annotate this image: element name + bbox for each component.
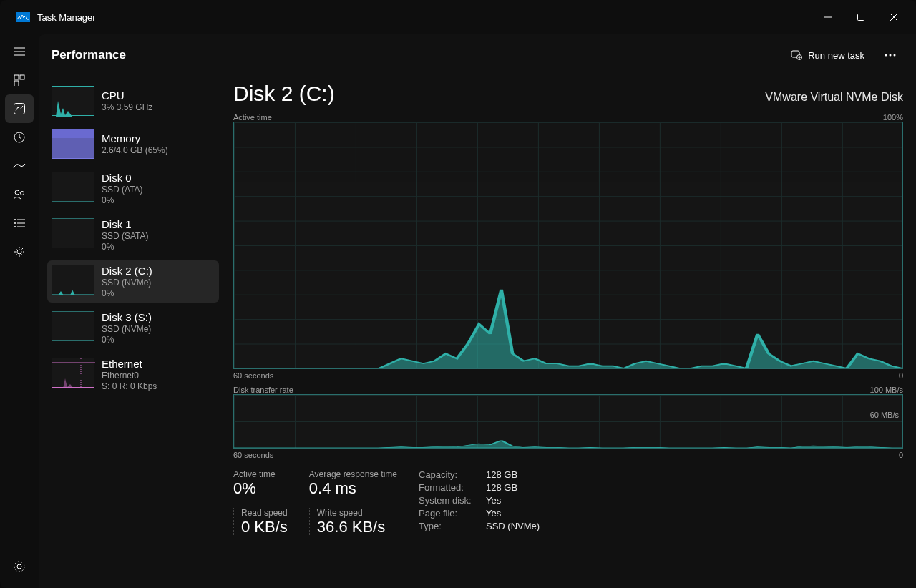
formatted-val: 128 GB [486,482,540,493]
nav-rail [0,34,39,588]
nav-processes-icon[interactable] [5,66,34,94]
svg-point-18 [14,226,16,227]
chart2-range-start: 60 seconds [233,451,273,459]
resource-item-disk-3-s-[interactable]: Disk 3 (S:)SSD (NVMe)0% [47,307,219,349]
nav-services-icon[interactable] [5,237,34,266]
app-icon [16,12,30,22]
chart2-label: Disk transfer rate [233,386,293,394]
read-speed-value: 0 KB/s [241,518,288,536]
svg-rect-9 [14,81,19,86]
transfer-rate-chart[interactable]: 60 MB/s [233,394,903,449]
resource-title: Ethernet [102,358,157,370]
resource-thumb [52,172,94,202]
nav-apphistory-icon[interactable] [5,123,34,152]
nav-details-icon[interactable] [5,209,34,237]
sysdisk-val: Yes [486,495,540,506]
svg-rect-8 [20,75,24,79]
more-button[interactable] [877,44,903,67]
capacity-val: 128 GB [486,469,540,480]
svg-marker-31 [52,290,95,295]
svg-marker-34 [52,378,95,388]
nav-users-icon[interactable] [5,180,34,209]
chart1-range-end: 0 [899,371,903,380]
pagefile-key: Page file: [419,508,479,519]
window-title: Task Manager [37,12,96,23]
resource-thumb [52,358,94,388]
resource-item-disk-0[interactable]: Disk 0SSD (ATA)0% [47,167,219,210]
svg-point-21 [17,564,21,569]
svg-rect-7 [14,75,19,79]
resource-item-disk-1[interactable]: Disk 1SSD (SATA)0% [47,214,219,256]
resource-sub2: 0% [102,195,143,205]
svg-point-28 [890,54,892,57]
close-button[interactable] [877,3,910,31]
resource-thumb [52,311,94,341]
svg-point-12 [15,190,19,195]
titlebar: Task Manager [0,0,916,34]
write-speed-value: 36.6 KB/s [317,518,385,536]
resource-title: Disk 0 [102,172,143,184]
svg-marker-30 [52,101,95,117]
chart2-max: 100 MB/s [870,386,903,394]
resource-thumb [52,129,94,159]
run-new-task-button[interactable]: Run new task [784,44,872,67]
write-speed-label: Write speed [317,508,385,518]
maximize-button[interactable] [844,3,877,31]
resource-item-cpu[interactable]: CPU3% 3.59 GHz [47,82,219,120]
resource-title: Disk 2 (C:) [102,265,152,277]
svg-point-14 [14,219,16,220]
resource-thumb [52,218,94,248]
type-key: Type: [419,521,479,531]
page-title: Performance [52,48,126,62]
svg-rect-1 [858,14,864,21]
svg-point-20 [17,250,21,254]
resource-item-memory[interactable]: Memory2.6/4.0 GB (65%) [47,124,219,163]
formatted-key: Formatted: [419,482,479,493]
resource-title: Disk 1 [102,218,149,230]
resource-sub1: SSD (NVMe) [102,278,152,288]
svg-point-29 [894,54,896,57]
resource-sub1: 2.6/4.0 GB (65%) [102,145,168,155]
detail-panel: Disk 2 (C:) VMware Virtual NVMe Disk Act… [233,82,903,575]
svg-point-16 [14,222,16,224]
hamburger-icon[interactable] [5,37,34,66]
run-task-icon [791,49,802,62]
resource-list: CPU3% 3.59 GHzMemory2.6/4.0 GB (65%)Disk… [47,82,219,575]
resource-sub1: SSD (SATA) [102,231,149,241]
pagefile-val: Yes [486,508,540,519]
sysdisk-key: System disk: [419,495,479,506]
resource-item-ethernet[interactable]: EthernetEthernet0S: 0 R: 0 Kbps [47,353,219,396]
resource-item-disk-2-c-[interactable]: Disk 2 (C:)SSD (NVMe)0% [47,260,219,303]
resource-sub2: 0% [102,335,152,345]
chart1-range-start: 60 seconds [233,371,273,380]
resource-sub1: SSD (NVMe) [102,324,152,334]
nav-performance-icon[interactable] [5,94,34,123]
avg-resp-value: 0.4 ms [309,479,397,498]
active-time-label: Active time [233,469,288,479]
resource-sub1: SSD (ATA) [102,185,143,195]
settings-icon[interactable] [5,552,34,581]
resource-sub2: S: 0 R: 0 Kbps [102,381,157,391]
disk-model: VMware Virtual NVMe Disk [765,91,903,104]
disk-title: Disk 2 (C:) [233,82,335,106]
chart1-max: 100% [883,113,903,122]
svg-point-13 [21,192,24,195]
chart2-range-end: 0 [899,451,903,459]
resource-sub1: 3% 3.59 GHz [102,102,152,112]
resource-thumb [52,86,94,116]
run-task-label: Run new task [808,50,864,61]
resource-sub1: Ethernet0 [102,371,157,381]
active-time-chart[interactable] [233,122,903,369]
avg-resp-label: Average response time [309,469,397,479]
chart1-label: Active time [233,113,272,122]
resource-title: Memory [102,132,168,144]
type-val: SSD (NVMe) [486,521,540,531]
resource-sub2: 0% [102,242,149,252]
minimize-button[interactable] [812,3,844,31]
svg-point-22 [14,562,24,572]
svg-point-27 [885,54,887,57]
nav-startup-icon[interactable] [5,152,34,180]
resource-title: Disk 3 (S:) [102,311,152,323]
resource-sub2: 0% [102,288,152,298]
active-time-value: 0% [233,479,288,498]
